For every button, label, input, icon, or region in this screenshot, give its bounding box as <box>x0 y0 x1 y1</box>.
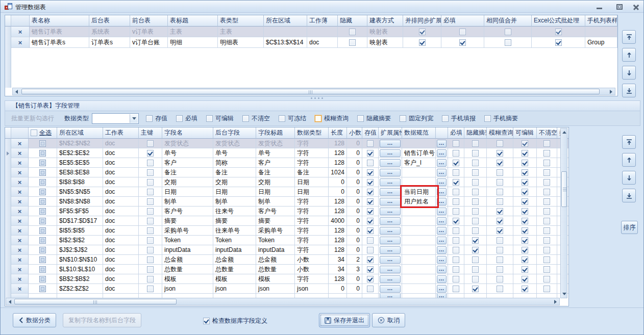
toolbar-checkbox-8[interactable] <box>442 115 449 122</box>
column-header-excel[interactable]: Excel公式批处理 <box>532 15 585 27</box>
cell-region[interactable]: $I$5:$I$5 <box>57 226 103 236</box>
store-checkbox[interactable] <box>367 227 374 234</box>
cell-pk[interactable] <box>139 207 162 216</box>
toolbar-checkbox-3[interactable] <box>242 115 249 122</box>
hidesum-checkbox[interactable] <box>472 286 479 292</box>
fuzzy-checkbox[interactable] <box>497 208 503 215</box>
column-header-backfield[interactable]: 后台字段 <box>213 127 256 139</box>
required-checkbox[interactable] <box>453 208 459 215</box>
ext-properties-button[interactable]: … <box>380 266 401 273</box>
cell-noclear[interactable] <box>537 274 557 284</box>
cell-fuzzy[interactable] <box>487 216 513 226</box>
cell-sheet[interactable]: doc <box>103 236 139 245</box>
cell-field[interactable]: Token <box>162 236 213 245</box>
close-button[interactable] <box>632 4 640 10</box>
sort-button[interactable]: 排序 <box>621 221 638 234</box>
cell-noclear[interactable] <box>537 197 557 207</box>
cell-editable[interactable] <box>513 148 537 158</box>
cell-datatype[interactable]: 字符 <box>295 245 329 255</box>
editable-checkbox[interactable] <box>522 256 528 263</box>
pk-checkbox[interactable] <box>147 247 154 253</box>
cell-sel[interactable] <box>29 274 57 284</box>
cell-editable[interactable] <box>513 177 537 187</box>
splitter-handle[interactable] <box>311 97 324 99</box>
cell-pk[interactable] <box>139 265 162 274</box>
cell-decimals[interactable]: 0 <box>347 158 362 168</box>
delete-row-button[interactable]: × <box>11 197 29 207</box>
scroll-right-button[interactable] <box>552 298 559 305</box>
pk-checkbox[interactable] <box>147 227 154 234</box>
cell-decimals[interactable]: 0 <box>347 187 362 197</box>
noclear-checkbox[interactable] <box>543 189 550 195</box>
fuzzy-checkbox[interactable] <box>497 218 503 224</box>
cell-fieldtitle[interactable]: 客户 <box>256 158 295 168</box>
cell-pk[interactable] <box>139 158 162 168</box>
cell-editable[interactable] <box>513 236 537 245</box>
cell-length[interactable]: 128 <box>329 236 347 245</box>
cell-decimals[interactable]: 3 <box>347 265 362 274</box>
cell-hidesum[interactable] <box>464 187 487 197</box>
required-checkbox[interactable] <box>453 276 459 282</box>
copy-fieldnames-button[interactable]: 复制字段名称到后台字段 <box>63 313 141 327</box>
cell-store[interactable] <box>362 216 379 226</box>
row-select-checkbox[interactable] <box>39 286 46 292</box>
cell-decimals[interactable]: 0 <box>347 274 362 284</box>
cell-hidesum[interactable] <box>464 274 487 284</box>
cell-region[interactable]: $I$2:$I$2 <box>57 236 103 245</box>
cell-editable[interactable] <box>513 216 537 226</box>
delete-row-button[interactable]: × <box>11 255 29 265</box>
cell-store[interactable] <box>362 255 379 265</box>
cell-decimals[interactable]: 0 <box>347 168 362 177</box>
cell-field[interactable]: 总金额 <box>162 255 213 265</box>
cell-field[interactable]: 备注 <box>162 168 213 177</box>
editable-checkbox[interactable] <box>522 169 528 176</box>
cell-fuzzy[interactable] <box>487 265 513 274</box>
cell-fuzzy[interactable] <box>487 187 513 197</box>
column-header-method[interactable]: 建表方式 <box>367 15 403 27</box>
cell-decimals[interactable]: 0 <box>347 216 362 226</box>
pk-checkbox[interactable] <box>147 208 154 215</box>
cell-noclear[interactable] <box>537 148 557 158</box>
row-select-checkbox[interactable] <box>39 256 46 263</box>
cell-region[interactable]: $N$8:$N$8 <box>57 197 103 207</box>
store-checkbox[interactable] <box>367 286 374 292</box>
cell-backfield[interactable]: 交期 <box>213 177 256 187</box>
cell-field[interactable]: 客户号 <box>162 207 213 216</box>
column-header-merge[interactable]: 相同值合并 <box>484 15 532 27</box>
cell-hidesum[interactable] <box>464 148 487 158</box>
ext-properties-button[interactable]: … <box>380 198 401 205</box>
required-checkbox[interactable] <box>453 286 459 292</box>
cell-pk[interactable] <box>139 148 162 158</box>
cell-field[interactable]: inputData <box>162 245 213 255</box>
fields-grid-vscrollbar[interactable] <box>560 128 567 298</box>
cell-required[interactable] <box>448 148 464 158</box>
cell-store[interactable] <box>362 187 379 197</box>
delete-row-button[interactable]: × <box>11 274 29 284</box>
fuzzy-checkbox[interactable] <box>497 169 503 176</box>
row-select-checkbox[interactable] <box>39 198 46 205</box>
cell-spec[interactable] <box>402 255 436 265</box>
cell-fuzzy[interactable] <box>487 226 513 236</box>
row-select-checkbox[interactable] <box>39 150 46 157</box>
ext-properties-button[interactable]: … <box>380 169 401 176</box>
cell-required[interactable] <box>448 255 464 265</box>
cell-region[interactable]: $I$8:$I$8 <box>57 177 103 187</box>
ext-properties-button[interactable]: … <box>380 237 401 244</box>
select-all-checkbox[interactable] <box>31 130 37 136</box>
cell-pk[interactable] <box>139 177 162 187</box>
cell-backfield[interactable]: 摘要 <box>213 216 256 226</box>
cell-sel[interactable] <box>29 265 57 274</box>
toolbar-checkbox-6[interactable] <box>357 115 364 122</box>
cell-spec[interactable]: 用户姓名 <box>402 197 436 207</box>
cell-noclear[interactable] <box>537 207 557 216</box>
editable-checkbox[interactable] <box>522 179 528 186</box>
cell-spec[interactable] <box>402 207 436 216</box>
cell-datatype[interactable]: 日期 <box>295 187 329 197</box>
pk-checkbox[interactable] <box>147 189 154 195</box>
cell-ext[interactable]: … <box>379 207 402 216</box>
cell-hidesum[interactable] <box>464 158 487 168</box>
scrollbar-thumb[interactable] <box>14 299 177 304</box>
cell-length[interactable]: 1024 <box>329 168 347 177</box>
ext-properties-button[interactable]: … <box>380 140 401 147</box>
sync-checkbox[interactable] <box>419 39 426 46</box>
